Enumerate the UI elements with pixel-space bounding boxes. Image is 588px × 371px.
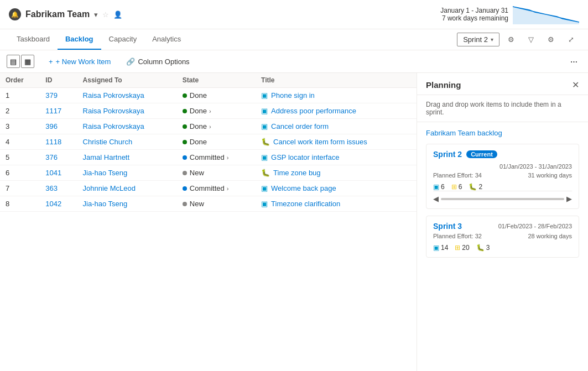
title-link[interactable]: Cancel order form [271, 122, 329, 130]
sprint2-scroll[interactable]: ◀ ▶ [433, 191, 572, 203]
burndown-chart [513, 4, 579, 24]
planning-description: Drag and drop work items to include them… [417, 95, 588, 122]
grid-view-btn[interactable]: ▦ [21, 55, 34, 68]
cell-assigned[interactable]: Raisa Pokrovskaya [77, 119, 177, 134]
table-row: 8 1042 Jia-hao Tseng New ▣ Timezone clar… [0, 196, 417, 212]
sprint3-dates: 01/Feb/2023 - 28/Feb/2023 [498, 223, 572, 229]
title-link[interactable]: Time zone bug [273, 169, 321, 177]
cell-state: New [177, 196, 256, 212]
table-row: 1 379 Raisa Pokrovskaya Done ▣ Phone sig… [0, 88, 417, 103]
state-dot [183, 93, 187, 98]
title-link[interactable]: Welcome back page [271, 184, 336, 192]
sprint2-current-badge: Current [466, 150, 497, 158]
cell-title: ▣ GSP locator interface [256, 150, 417, 165]
table-row: 6 1041 Jia-hao Tseng New 🐛 Time zone bug [0, 165, 417, 181]
cell-state: Done [177, 134, 256, 150]
backlog-link[interactable]: Fabrikam Team backlog [426, 129, 579, 137]
cell-title: 🐛 Time zone bug [256, 165, 417, 181]
more-options-btn[interactable]: ⋯ [566, 54, 581, 69]
column-options-btn[interactable]: 🔗 Column Options [121, 55, 195, 69]
cell-id[interactable]: 1041 [40, 165, 77, 181]
title-link[interactable]: Address poor performance [271, 107, 356, 115]
cell-title: ▣ Cancel order form [256, 119, 417, 134]
members-icon[interactable]: 👤 [113, 11, 122, 19]
tab-analytics[interactable]: Analytics [144, 29, 189, 50]
cell-id[interactable]: 376 [40, 150, 77, 165]
title-link[interactable]: Cancel work item form issues [273, 138, 367, 146]
state-label: New [190, 169, 204, 177]
sprint3-stories-count: ▣ 14 [433, 244, 448, 252]
chevron-icon: › [209, 123, 211, 130]
cell-id[interactable]: 379 [40, 88, 77, 103]
col-order: Order [0, 73, 40, 88]
table-row: 3 396 Raisa Pokrovskaya Done › ▣ Cancel … [0, 119, 417, 134]
cell-id[interactable]: 363 [40, 181, 77, 196]
state-dot [183, 171, 187, 175]
cell-assigned[interactable]: Raisa Pokrovskaya [77, 103, 177, 119]
sprint2-name[interactable]: Sprint 2 [433, 150, 462, 159]
filter-settings-btn[interactable]: ⚙ [503, 32, 519, 48]
sprint3-name[interactable]: Sprint 3 [433, 222, 462, 231]
favorite-icon[interactable]: ☆ [102, 11, 109, 19]
new-work-item-btn[interactable]: + + New Work Item [43, 55, 116, 69]
cell-state: Done [177, 88, 256, 103]
sprint-selector[interactable]: Sprint 2 ▾ [457, 33, 499, 46]
cell-id[interactable]: 396 [40, 119, 77, 134]
sprint2-scroll-left[interactable]: ◀ [433, 195, 439, 203]
col-title: Title [256, 73, 417, 88]
title-link[interactable]: GSP locator interface [271, 153, 339, 161]
tab-capacity[interactable]: Capacity [101, 29, 145, 50]
cell-order: 2 [0, 103, 40, 119]
bug-icon-s2: 🐛 [469, 183, 477, 191]
sprint2-scroll-right[interactable]: ▶ [566, 195, 572, 203]
table-row: 7 363 Johnnie McLeod Committed › ▣ Welco… [0, 181, 417, 196]
cell-id[interactable]: 1042 [40, 196, 77, 212]
team-dropdown-icon[interactable]: ▾ [94, 11, 98, 19]
title-link[interactable]: Phone sign in [271, 91, 315, 100]
bug-icon: 🐛 [261, 169, 270, 177]
planning-close-btn[interactable]: ✕ [572, 80, 579, 90]
sprint-controls: Sprint 2 ▾ ⚙ ▽ ⚙ ⤢ [457, 32, 579, 48]
cell-title: 🐛 Cancel work item form issues [256, 134, 417, 150]
list-view-btn[interactable]: ▤ [7, 55, 20, 68]
story-icon: ▣ [261, 184, 268, 192]
expand-btn[interactable]: ⤢ [563, 32, 579, 48]
state-label: Committed [190, 153, 225, 161]
task-icon-s2: ⊞ [451, 183, 457, 191]
cell-assigned[interactable]: Christie Church [77, 134, 177, 150]
state-dot [183, 124, 187, 129]
plus-icon: + [49, 58, 53, 66]
story-icon: ▣ [261, 107, 268, 115]
sprint3-card: Sprint 3 01/Feb/2023 - 28/Feb/2023 Plann… [426, 216, 579, 258]
cell-state: Done › [177, 119, 256, 134]
sprint2-days: 31 working days [528, 172, 573, 179]
tab-backlog[interactable]: Backlog [58, 29, 101, 50]
planning-body: Fabrikam Team backlog Sprint 2 Current 0… [417, 122, 588, 371]
cell-id[interactable]: 1117 [40, 103, 77, 119]
title-link[interactable]: Timezone clarification [271, 200, 340, 208]
settings-btn[interactable]: ⚙ [543, 32, 559, 48]
cell-order: 4 [0, 134, 40, 150]
cell-assigned[interactable]: Raisa Pokrovskaya [77, 88, 177, 103]
state-label: Done [190, 91, 207, 100]
state-label: Done [190, 122, 207, 130]
cell-order: 6 [0, 165, 40, 181]
cell-assigned[interactable]: Johnnie McLeod [77, 181, 177, 196]
sprint3-days: 28 working days [528, 233, 573, 239]
tab-taskboard[interactable]: Taskboard [9, 29, 58, 50]
bug-icon-s3: 🐛 [476, 244, 485, 252]
cell-assigned[interactable]: Jia-hao Tseng [77, 196, 177, 212]
team-avatar: 🔔 [9, 8, 21, 20]
cell-assigned[interactable]: Jamal Hartnett [77, 150, 177, 165]
cell-order: 1 [0, 88, 40, 103]
cell-title: ▣ Address poor performance [256, 103, 417, 119]
filter-btn[interactable]: ▽ [523, 32, 539, 48]
chevron-icon: › [227, 154, 229, 161]
state-label: Committed [190, 184, 225, 192]
story-icon-s2: ▣ [433, 183, 439, 191]
sprint2-bugs-count: 🐛 2 [469, 183, 482, 191]
cell-id[interactable]: 1118 [40, 134, 77, 150]
sprint3-effort: Planned Effort: 32 [433, 233, 482, 239]
cell-assigned[interactable]: Jia-hao Tseng [77, 165, 177, 181]
columns-icon: 🔗 [126, 58, 135, 66]
